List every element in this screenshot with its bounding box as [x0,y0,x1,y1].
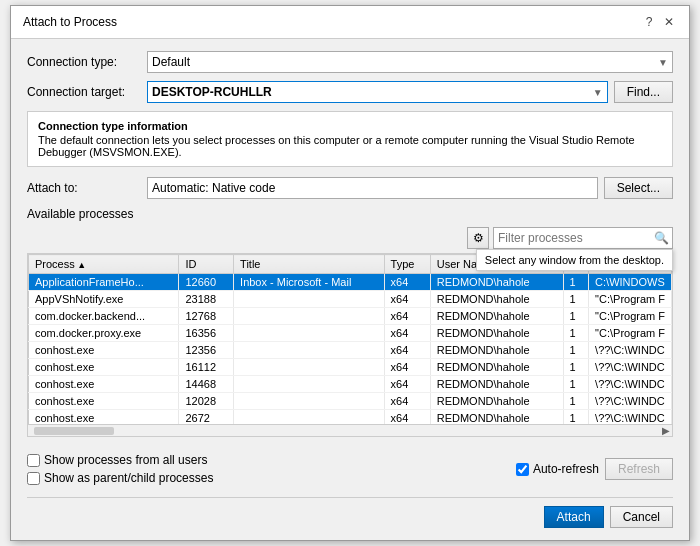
search-icon: 🔍 [654,231,669,245]
cell-s: 1 [563,393,589,410]
cancel-button[interactable]: Cancel [610,506,673,528]
find-button[interactable]: Find... [614,81,673,103]
cell-process: conhost.exe [29,410,179,425]
cell-process: com.docker.backend... [29,308,179,325]
col-process[interactable]: Process [29,255,179,274]
title-bar: Attach to Process ? ✕ [11,6,689,39]
connection-type-dropdown[interactable]: Default ▼ [147,51,673,73]
info-text: The default connection lets you select p… [38,134,662,158]
cell-path: \??\C:\WINDC [589,359,672,376]
cell-type: x64 [384,393,430,410]
cell-s: 1 [563,308,589,325]
table-row[interactable]: com.docker.proxy.exe 16356 x64 REDMOND\h… [29,325,672,342]
cell-type: x64 [384,274,430,291]
cell-user: REDMOND\hahole [430,342,563,359]
cell-s: 1 [563,376,589,393]
cell-title [234,393,384,410]
show-all-users-label[interactable]: Show processes from all users [44,453,207,467]
table-row[interactable]: conhost.exe 12028 x64 REDMOND\hahole 1 \… [29,393,672,410]
chevron-down-icon: ▼ [593,87,603,98]
cell-s: 1 [563,325,589,342]
cell-title: Inbox - Microsoft - Mail [234,274,384,291]
cell-type: x64 [384,325,430,342]
scrollbar-thumb [34,427,114,435]
refresh-button[interactable]: Refresh [605,458,673,480]
cell-title [234,342,384,359]
filter-processes-input[interactable] [493,227,673,249]
cell-process: conhost.exe [29,359,179,376]
cell-process: ApplicationFrameHo... [29,274,179,291]
cell-s: 1 [563,342,589,359]
cell-title [234,308,384,325]
table-row[interactable]: conhost.exe 2672 x64 REDMOND\hahole 1 \?… [29,410,672,425]
cell-id: 12660 [179,274,234,291]
show-parent-child-row: Show as parent/child processes [27,471,213,485]
close-button[interactable]: ✕ [661,14,677,30]
cell-s: 1 [563,291,589,308]
cell-path: \??\C:\WINDC [589,410,672,425]
cell-user: REDMOND\hahole [430,274,563,291]
table-row[interactable]: conhost.exe 14468 x64 REDMOND\hahole 1 \… [29,376,672,393]
connection-info-box: Connection type information The default … [27,111,673,167]
cell-s: 1 [563,274,589,291]
bottom-buttons: Attach Cancel [27,497,673,528]
col-id[interactable]: ID [179,255,234,274]
attach-to-input[interactable] [147,177,598,199]
table-row[interactable]: ApplicationFrameHo... 12660 Inbox - Micr… [29,274,672,291]
cell-path: C:\WINDOWS [589,274,672,291]
processes-table-scroll[interactable]: Process ID Title Type User Name S Applic… [28,254,672,424]
cell-title [234,376,384,393]
cell-title [234,291,384,308]
cell-id: 16112 [179,359,234,376]
cell-process: conhost.exe [29,376,179,393]
cell-path: \??\C:\WINDC [589,376,672,393]
col-type[interactable]: Type [384,255,430,274]
processes-toolbar: ⚙ 🔍 Select any window from the desktop. [27,227,673,249]
help-button[interactable]: ? [641,14,657,30]
auto-refresh-checkbox[interactable] [516,463,529,476]
scroll-right-arrow[interactable]: ▶ [662,425,670,436]
footer-row: Show processes from all users Show as pa… [27,445,673,485]
attach-button[interactable]: Attach [544,506,604,528]
connection-target-label: Connection target: [27,85,147,99]
processes-table: Process ID Title Type User Name S Applic… [28,254,672,424]
dialog-title: Attach to Process [23,15,117,29]
horizontal-scrollbar[interactable]: ▶ [28,424,672,436]
auto-refresh-label[interactable]: Auto-refresh [533,462,599,476]
cell-user: REDMOND\hahole [430,410,563,425]
cell-title [234,410,384,425]
cell-type: x64 [384,308,430,325]
cell-id: 23188 [179,291,234,308]
settings-icon-button[interactable]: ⚙ [467,227,489,249]
show-parent-child-label[interactable]: Show as parent/child processes [44,471,213,485]
cell-path: "C:\Program F [589,291,672,308]
show-all-users-row: Show processes from all users [27,453,213,467]
col-title[interactable]: Title [234,255,384,274]
cell-user: REDMOND\hahole [430,291,563,308]
cell-process: conhost.exe [29,393,179,410]
connection-type-label: Connection type: [27,55,147,69]
table-row[interactable]: conhost.exe 12356 x64 REDMOND\hahole 1 \… [29,342,672,359]
cell-title [234,359,384,376]
cell-process: conhost.exe [29,342,179,359]
connection-type-row: Connection type: Default ▼ [27,51,673,73]
cell-process: com.docker.proxy.exe [29,325,179,342]
info-title: Connection type information [38,120,662,132]
cell-id: 2672 [179,410,234,425]
table-row[interactable]: AppVShNotify.exe 23188 x64 REDMOND\hahol… [29,291,672,308]
cell-user: REDMOND\hahole [430,393,563,410]
cell-type: x64 [384,291,430,308]
select-button[interactable]: Select... [604,177,673,199]
attach-to-process-dialog: Attach to Process ? ✕ Connection type: D… [10,5,690,541]
cell-user: REDMOND\hahole [430,325,563,342]
cell-type: x64 [384,376,430,393]
table-row[interactable]: conhost.exe 16112 x64 REDMOND\hahole 1 \… [29,359,672,376]
cell-process: AppVShNotify.exe [29,291,179,308]
cell-user: REDMOND\hahole [430,359,563,376]
table-row[interactable]: com.docker.backend... 12768 x64 REDMOND\… [29,308,672,325]
cell-id: 16356 [179,325,234,342]
show-all-users-checkbox[interactable] [27,454,40,467]
cell-s: 1 [563,359,589,376]
show-parent-child-checkbox[interactable] [27,472,40,485]
connection-target-dropdown[interactable]: DESKTOP-RCUHLLR ▼ [147,81,608,103]
